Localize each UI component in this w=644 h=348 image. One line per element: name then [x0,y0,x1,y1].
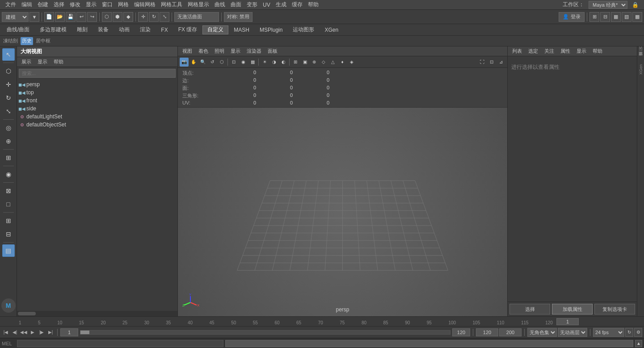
vp-menu-lighting[interactable]: 照明 [212,47,227,56]
menu-file[interactable]: 文件 [3,1,19,8]
outliner-hscroll-thumb[interactable] [18,312,36,315]
vp-tex-btn[interactable]: ▦ [248,58,257,67]
outliner-item-objectset[interactable]: ⚙ defaultObjectSet [17,121,177,129]
tab-curves-surfaces[interactable]: 曲线/曲面 [2,25,34,34]
freeze-btn[interactable]: 凍结剖 [2,37,19,45]
refresh-btn[interactable]: ↻ [625,328,633,337]
vp-menu-view[interactable]: 视图 [180,47,195,56]
current-frame-input[interactable] [556,318,579,325]
login-button[interactable]: 👤 登录 [559,12,585,22]
render-tool[interactable]: ◉ [2,168,15,180]
tab-rigging[interactable]: 装备 [93,25,114,34]
tab-custom[interactable]: 自定义 [202,25,228,34]
grid-tool[interactable]: ⊠ [2,184,15,197]
outliner-item-top[interactable]: ◼◀ top [17,88,177,96]
vp-menu-panels[interactable]: 面板 [265,47,280,56]
display-layer-tool[interactable]: ⊞ [2,151,15,164]
select-tool[interactable]: ↖ [2,48,15,61]
view-btn-1[interactable]: ⊞ [589,12,599,22]
goto-end-btn[interactable]: ▶| [46,328,55,336]
cmd-scroll-btn[interactable]: ▲ [635,340,642,347]
menu-surfaces[interactable]: 曲面 [228,1,244,8]
props-menu-help[interactable]: 帮助 [590,47,605,56]
vp-deform-btn[interactable]: ♦ [338,58,347,67]
new-scene-btn[interactable]: 📄 [44,12,54,22]
tab-sculpt[interactable]: 雕刻 [72,25,93,34]
menu-mesh-display[interactable]: 网格显示 [185,1,212,8]
menu-modify[interactable]: 修改 [67,1,83,8]
move-btn[interactable]: ✛ [138,12,148,22]
timeline-slider-track[interactable] [80,330,450,335]
vp-poly-btn[interactable]: △ [328,58,337,67]
vp-bookmark-btn[interactable]: ⊿ [497,58,505,67]
settings-btn[interactable]: ⚙ [634,328,642,337]
plus-tool[interactable]: ⊞ [2,214,15,227]
save-btn[interactable]: 💾 [66,12,76,22]
props-menu-attr[interactable]: 属性 [558,47,573,56]
timeline-ruler-track[interactable]: 1 5 10 15 20 25 30 35 40 45 50 55 60 65 … [17,317,555,326]
menu-select[interactable]: 选择 [51,1,67,8]
props-copy-btn[interactable]: 复制选项卡 [594,304,635,314]
viewport-3d[interactable]: persp X Z Y [178,108,507,316]
menu-mesh[interactable]: 网格 [115,1,131,8]
side-tab-3[interactable]: 资源管理 [637,57,644,61]
outliner-search-input[interactable] [19,69,176,78]
menu-generate[interactable]: 生成 [273,1,289,8]
menu-help[interactable]: 帮助 [305,1,321,8]
vp-grid-btn[interactable]: ⊞ [291,58,300,67]
3d-canvas[interactable] [178,108,507,316]
snap-tool[interactable]: ⊕ [2,135,15,147]
open-btn[interactable]: 📂 [55,12,65,22]
timeline-slider-thumb[interactable] [80,331,89,334]
uv-tool[interactable]: □ [2,198,15,210]
play-forward-btn[interactable]: ▶ [29,328,37,336]
timeline-ruler[interactable]: 1 5 10 15 20 25 30 35 40 45 50 55 60 65 … [0,317,644,327]
range-start-input[interactable] [476,328,498,336]
rotate-tool[interactable]: ↻ [2,92,15,104]
history-btn[interactable]: 历史 [21,37,33,45]
menu-mesh-tools[interactable]: 网格工具 [158,1,185,8]
vp-orbit-btn[interactable]: ↺ [208,58,217,67]
vp-manip-btn[interactable]: ⊕ [310,58,319,67]
vp-menu-renderer[interactable]: 渲染器 [244,47,264,56]
vp-ao-btn[interactable]: ◐ [279,58,288,67]
vp-pan-btn[interactable]: ✋ [189,58,198,67]
props-select-btn[interactable]: 选择 [509,304,550,314]
outliner-item-side[interactable]: ◼◀ side [17,105,177,113]
vp-shade-btn[interactable]: ◉ [239,58,248,67]
props-menu-focus[interactable]: 关注 [542,47,557,56]
menu-curves[interactable]: 曲线 [212,1,228,8]
view-btn-2[interactable]: ⊟ [600,12,610,22]
minus-tool[interactable]: ⊟ [2,228,15,240]
next-frame-btn[interactable]: |▶ [38,328,46,336]
prev-frame-btn[interactable]: ◀| [11,328,19,336]
menu-edit-mesh[interactable]: 编辑网格 [131,1,158,8]
vp-menu-show[interactable]: 显示 [228,47,243,56]
color-set-select[interactable]: 无角色集 [527,328,557,337]
vp-cam-btn[interactable]: 📷 [180,58,189,67]
vp-nurbs-btn[interactable]: ◇ [319,58,328,67]
menu-display[interactable]: 显示 [83,1,99,8]
side-tab-1[interactable]: 资源编辑器 [637,46,644,50]
vp-zoom-btn[interactable]: 🔍 [198,58,207,67]
menu-cache[interactable]: 缓存 [289,1,305,8]
vp-screen-btn[interactable]: ⛶ [478,58,487,67]
play-back-btn[interactable]: ◀◀ [20,328,28,336]
vp-light-btn[interactable]: ☀ [260,58,269,67]
vp-snap-btn[interactable]: ⊡ [487,58,496,67]
vp-wire-btn[interactable]: ⊡ [229,58,238,67]
side-tab-xgen[interactable]: XGen [638,63,644,76]
props-menu-selected[interactable]: 选定 [526,47,541,56]
props-menu-list[interactable]: 列表 [509,47,525,56]
menu-window[interactable]: 窗口 [99,1,115,8]
mode-select[interactable]: 建模 [2,12,29,22]
menu-edit[interactable]: 编辑 [19,1,35,8]
undo-btn[interactable]: ↩ [76,12,86,22]
vp-hud-btn[interactable]: ▣ [300,58,309,67]
soft-select-tool[interactable]: ◎ [2,122,15,134]
cmd-input[interactable] [17,340,223,347]
menu-uv[interactable]: UV [260,2,273,8]
outliner-item-front[interactable]: ◼◀ front [17,96,177,105]
fps-select[interactable]: 24 fps [593,328,624,337]
outliner-menu-help[interactable]: 帮助 [51,58,66,67]
